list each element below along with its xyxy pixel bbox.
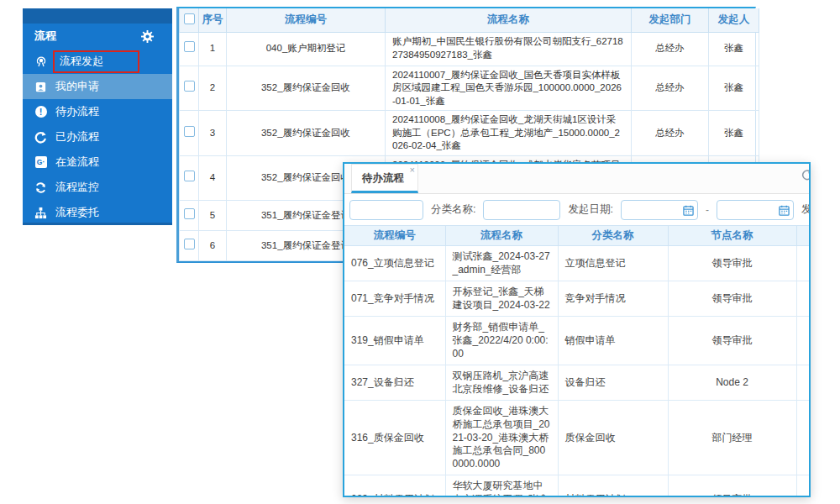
list-item[interactable]: 319_销假申请单 财务部_销假申请单_张鑫_2022/4/20 0:00:00… [344,317,809,365]
row-code: 327_设备归还 [344,365,445,401]
row-spacer [796,281,809,317]
sidebar-title: 流程 [34,29,56,44]
row-code: 040_账户期初登记 [227,32,386,66]
list-item[interactable]: 327_设备归还 双钢压路机_京沪高速北京段维修_设备归还 设备归还 Node … [344,365,809,401]
row-name: 2024110008_履约保证金回收_龙湖天街城1区设计采购施工（EPC）总承包… [386,111,632,156]
date-label: 发起日期: [568,202,612,217]
row-checkbox[interactable] [184,239,195,249]
row-spacer [796,475,809,497]
select-all-checkbox[interactable] [184,13,195,24]
red-highlight-ring: 流程发起 [53,50,139,73]
row-initiator: 张鑫 [709,66,759,111]
row-name: 财务部_销假申请单_张鑫_2022/4/20 0:00:00 [445,317,558,365]
row-code: 076_立项信息登记 [344,246,445,281]
row-code: 352_履约保证金回收 [227,66,386,111]
list-item[interactable]: 076_立项信息登记 测试张鑫_2024-03-27_admin_经营部 立项信… [344,246,809,281]
col-header-node: 节点名称 [668,226,796,246]
sidebar-header: 流程 [23,24,172,49]
date-separator: - [706,204,709,216]
category-input[interactable] [483,200,560,220]
col-header-name: 流程名称 [445,226,558,246]
redo-arrow-icon [34,130,48,144]
row-no: 1 [199,32,227,66]
popup-table-header-row: 流程编号 流程名称 分类名称 节点名称 [344,226,809,246]
sidebar-item-pending-processes[interactable]: ! 待办流程 [23,99,172,124]
row-node: 领导审批 [668,317,796,365]
row-checkbox-cell [180,201,199,231]
col-header-no: 序号 [199,8,227,32]
row-code: 319_销假申请单 [344,317,445,365]
popup-table-body: 076_立项信息登记 测试张鑫_2024-03-27_admin_经营部 立项信… [344,246,809,498]
sidebar-item-process-monitor[interactable]: 流程监控 [23,175,172,200]
row-checkbox[interactable] [184,81,195,92]
col-header-code: 流程编号 [227,8,386,32]
row-checkbox-cell [180,111,199,156]
main-table-header-row: 序号 流程编号 流程名称 发起部门 发起人 [180,8,759,32]
row-category: 竞争对手情况 [558,281,668,317]
date-from-input[interactable] [621,200,698,220]
col-header-name: 流程名称 [386,8,632,32]
sidebar-item-label: 已办流程 [55,129,99,144]
row-code: 316_质保金回收 [344,401,445,475]
date-to-input[interactable] [717,200,794,220]
row-category: 设备归还 [558,365,668,401]
table-row[interactable]: 3 352_履约保证金回收 2024110008_履约保证金回收_龙湖天街城1区… [180,111,759,156]
row-no: 3 [199,111,227,156]
refresh-icon [34,181,48,195]
row-checkbox-cell [180,66,199,111]
refresh-icon[interactable] [801,169,809,184]
category-label: 分类名称: [431,202,475,217]
app-window: 流程 [0,0,840,504]
list-item[interactable]: 071_竞争对手情况 开标登记_张鑫_天梯建设项目_2024-03-22 竞争对… [344,281,809,317]
list-item[interactable]: 316_质保金回收 质保金回收_港珠澳大桥施工总承包项目_2021-03-20_… [344,401,809,475]
row-code: 083_材料需用计划 [344,475,445,497]
col-header-category: 分类名称 [558,226,668,246]
select-all-header-cell [180,8,199,32]
row-dept: 总经办 [632,111,709,156]
org-tree-icon [34,206,48,220]
col-header-spacer [796,226,809,246]
row-initiator: 张鑫 [709,32,759,66]
row-name: 双钢压路机_京沪高速北京段维修_设备归还 [445,365,558,401]
row-category: 材料需用计划 [558,475,668,497]
row-category: 立项信息登记 [558,246,668,281]
sidebar-item-my-applications[interactable]: 我的申请 [23,74,172,99]
gear-icon[interactable] [140,29,155,44]
date-to-field [717,200,794,220]
sidebar-item-process-delegate[interactable]: 流程委托 [23,200,172,225]
sidebar-item-label: 我的申请 [55,79,99,94]
photo-id-icon [34,80,48,94]
col-header-initiator: 发起人 [709,8,759,32]
row-spacer [796,365,809,401]
row-name: 质保金回收_港珠澳大桥施工总承包项目_2021-03-20_港珠澳大桥施工总承包… [445,401,558,475]
panel-filter-bar: 分类名称: 发起日期: - [344,194,809,225]
table-row[interactable]: 2 352_履约保证金回收 2024110007_履约保证金回收_国色天香项目实… [180,66,759,111]
row-checkbox[interactable] [184,208,195,219]
row-dept: 总经办 [632,66,709,111]
tab-label: 待办流程 [362,172,404,184]
row-category: 销假申请单 [558,317,668,365]
col-header-code: 流程编号 [344,226,445,246]
sidebar-item-intransit-processes[interactable]: G· 在途流程 [23,150,172,175]
row-checkbox[interactable] [184,126,195,137]
process-name-input[interactable] [349,200,423,220]
row-no: 5 [199,201,227,231]
tab-pending-processes[interactable]: 待办流程 × [351,164,418,193]
row-node: 领导审批 [668,246,796,281]
sidebar-item-process-initiate[interactable]: 流程发起 [23,49,172,74]
close-icon[interactable]: × [410,165,415,175]
row-node: 部门经理 [668,401,796,475]
sidebar-item-label: 在途流程 [55,155,99,170]
sidebar: 流程 [23,8,172,225]
row-checkbox[interactable] [184,171,195,181]
pending-processes-panel: 待办流程 × 分类名称: 发起日期: [343,162,811,497]
row-category: 质保金回收 [558,401,668,475]
broadcast-icon [34,55,48,69]
col-header-dept: 发起部门 [632,8,709,32]
date-from-field [621,200,698,220]
row-checkbox-cell [180,32,199,66]
table-row[interactable]: 1 040_账户期初登记 账户期初_中国民生银行股份有限公司朝阳支行_62718… [180,32,759,66]
row-checkbox[interactable] [184,41,195,52]
sidebar-item-done-processes[interactable]: 已办流程 [23,124,172,150]
list-item[interactable]: 083_材料需用计划 华软大厦研究基地中央空调系统工程_张鑫_2020-03-1… [344,475,809,497]
